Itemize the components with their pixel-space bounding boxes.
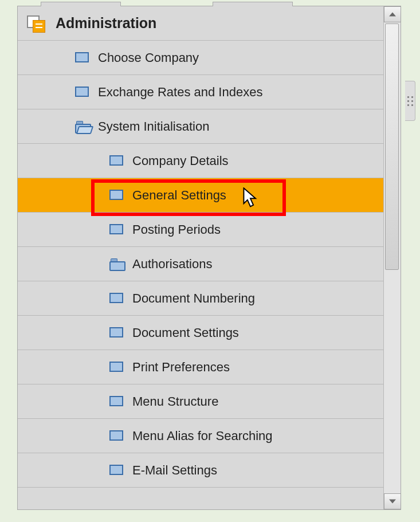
menu-item-label: Posting Periods	[132, 222, 221, 237]
item-icon	[109, 430, 124, 442]
navigation-panel: Administration Choose CompanyExchange Ra…	[17, 6, 401, 510]
scroll-down-button[interactable]	[384, 493, 401, 509]
menu-item[interactable]: Print Preferences	[18, 350, 383, 384]
item-icon	[75, 87, 90, 98]
menu-item[interactable]: Menu Alias for Searching	[18, 419, 383, 453]
menu-item-label: General Settings	[132, 188, 226, 203]
menu-tree: Choose CompanyExchange Rates and Indexes…	[18, 41, 383, 488]
menu-item[interactable]: E-Mail Settings	[18, 453, 383, 488]
menu-item[interactable]: System Initialisation	[18, 109, 383, 144]
menu-item-label: Company Details	[132, 154, 229, 168]
menu-item[interactable]: Document Numbering	[18, 281, 383, 316]
tab-stubs	[41, 2, 293, 6]
scroll-up-button[interactable]	[384, 6, 401, 22]
menu-item[interactable]: General Settings	[18, 178, 383, 213]
folder-icon	[109, 258, 124, 270]
item-icon	[109, 362, 124, 373]
menu-item[interactable]: Company Details	[18, 144, 383, 178]
tab-stub[interactable]	[213, 2, 293, 6]
folder-open-icon	[75, 121, 90, 132]
module-icon	[27, 15, 44, 32]
menu-item-label: Menu Structure	[132, 394, 218, 409]
menu-item[interactable]: Exchange Rates and Indexes	[18, 75, 383, 109]
menu-item[interactable]: Menu Structure	[18, 384, 383, 419]
menu-item-label: Document Numbering	[132, 291, 255, 306]
scroll-thumb[interactable]	[385, 23, 399, 270]
menu-item[interactable]: Authorisations	[18, 247, 383, 281]
menu-item[interactable]: Choose Company	[18, 41, 383, 75]
scrollbar	[383, 6, 401, 509]
item-icon	[109, 465, 124, 476]
menu-item-label: Choose Company	[98, 50, 199, 65]
menu-item-label: Exchange Rates and Indexes	[98, 85, 262, 100]
item-icon	[75, 52, 90, 64]
menu-item-label: E-Mail Settings	[132, 463, 217, 478]
module-title: Administration	[56, 15, 156, 32]
item-icon	[109, 293, 124, 304]
menu-item-label: Authorisations	[132, 257, 212, 272]
menu-item-label: Menu Alias for Searching	[132, 429, 273, 443]
menu-item[interactable]: Document Settings	[18, 316, 383, 350]
item-icon	[109, 327, 124, 339]
item-icon	[109, 190, 124, 201]
menu-item-label: Document Settings	[132, 325, 239, 340]
menu-item[interactable]: Posting Periods	[18, 213, 383, 247]
item-icon	[109, 396, 124, 407]
tab-stub[interactable]	[41, 2, 121, 6]
menu-item-label: Print Preferences	[132, 360, 230, 375]
module-header[interactable]: Administration	[18, 6, 383, 41]
item-icon	[109, 224, 124, 236]
item-icon	[109, 155, 124, 167]
menu-item-label: System Initialisation	[98, 119, 209, 134]
panel-grip[interactable]	[405, 81, 415, 121]
